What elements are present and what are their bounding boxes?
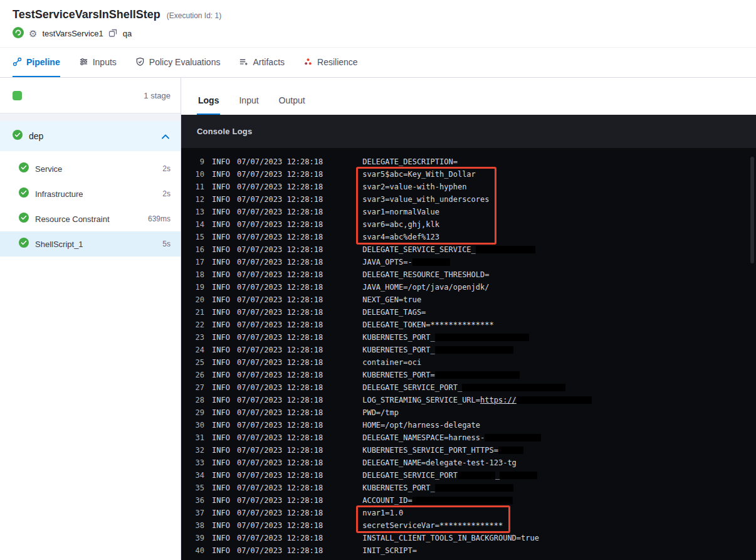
log-timestamp: 07/07/2023 12:28:18 bbox=[237, 333, 323, 342]
log-level: INFO bbox=[212, 509, 230, 517]
tab-resilience-label: Resilience bbox=[317, 57, 358, 67]
log-text: KUBERNETES_SERVICE_PORT_HTTPS= bbox=[362, 446, 498, 455]
log-timestamp: 07/07/2023 12:28:18 bbox=[237, 157, 323, 166]
log-timestamp: 07/07/2023 12:28:18 bbox=[237, 346, 323, 354]
log-text: DELEGATE_TAGS= bbox=[362, 308, 426, 317]
log-level: INFO bbox=[212, 308, 230, 317]
line-number: 14 bbox=[181, 220, 204, 229]
line-number: 32 bbox=[181, 446, 204, 455]
line-number: 29 bbox=[181, 408, 204, 417]
log-text: NEXT_GEN=true bbox=[362, 295, 421, 304]
log-text: nvar1=1.0 bbox=[362, 509, 403, 517]
log-line: 39INFO07/07/2023 12:28:18INSTALL_CLIENT_… bbox=[181, 532, 756, 544]
log-line: 15INFO07/07/2023 12:28:18svar4=abc%def%1… bbox=[181, 231, 756, 243]
tab-resilience[interactable]: Resilience bbox=[303, 48, 358, 77]
log-level: INFO bbox=[212, 358, 230, 367]
log-text: svar4=abc%def%123 bbox=[362, 233, 439, 241]
log-level: INFO bbox=[212, 170, 230, 179]
step-details-panel: Logs Input Output Console Logs 9INFO07/0… bbox=[181, 78, 756, 560]
log-text: JAVA_OPTS=- bbox=[362, 258, 412, 267]
log-line: 16INFO07/07/2023 12:28:18DELEGATE_SERVIC… bbox=[181, 243, 756, 256]
log-level: INFO bbox=[212, 233, 230, 241]
step-item-shellscript-1[interactable]: ShellScript_1 5s bbox=[0, 231, 181, 256]
log-line: 13INFO07/07/2023 12:28:18svar1=normalVal… bbox=[181, 206, 756, 218]
redacted-text bbox=[476, 246, 535, 253]
log-timestamp: 07/07/2023 12:28:18 bbox=[237, 408, 323, 417]
log-text: KUBERNETES_PORT_ bbox=[362, 333, 435, 342]
log-timestamp: 07/07/2023 12:28:18 bbox=[237, 258, 323, 267]
console-logs-header: Console Logs bbox=[181, 115, 756, 148]
console-tab-logs[interactable]: Logs bbox=[197, 95, 220, 115]
sidebar-divider bbox=[0, 114, 181, 121]
log-text: DELEGATE_TOKEN=************** bbox=[362, 320, 494, 329]
artifacts-icon bbox=[239, 57, 248, 66]
log-message: svar5$abc=Key_With_Dollar bbox=[362, 170, 476, 179]
resilience-icon bbox=[303, 57, 313, 66]
tab-pipeline-label: Pipeline bbox=[26, 57, 60, 67]
log-text: DELEGATE_RESOURCE_THRESHOLD= bbox=[362, 270, 489, 279]
console-logs-title: Console Logs bbox=[197, 127, 252, 136]
log-level: INFO bbox=[212, 258, 230, 267]
log-message: KUBERNETES_PORT_ bbox=[362, 333, 529, 342]
log-line: 40INFO07/07/2023 12:28:18INIT_SCRIPT= bbox=[181, 544, 756, 557]
log-level: INFO bbox=[212, 471, 230, 480]
log-timestamp: 07/07/2023 12:28:18 bbox=[237, 295, 323, 304]
log-message: JAVA_HOME=/opt/java/openjdk/ bbox=[362, 283, 489, 292]
step-item-service[interactable]: Service 2s bbox=[0, 156, 181, 181]
success-check-icon bbox=[13, 130, 23, 142]
redacted-text bbox=[498, 446, 523, 454]
log-timestamp: 07/07/2023 12:28:18 bbox=[237, 358, 323, 367]
scrollbar[interactable] bbox=[750, 157, 754, 263]
redacted-text bbox=[435, 371, 520, 379]
log-message: JAVA_OPTS=- bbox=[362, 258, 449, 267]
line-number: 18 bbox=[181, 270, 204, 279]
log-message: DELEGATE_TAGS= bbox=[362, 308, 426, 317]
log-timestamp: 07/07/2023 12:28:18 bbox=[237, 195, 323, 204]
service-name[interactable]: testVarsService1 bbox=[42, 29, 103, 38]
log-link[interactable]: https:// bbox=[480, 396, 517, 404]
step-item-infrastructure[interactable]: Infrastructure 2s bbox=[0, 181, 181, 206]
tab-policy-evaluations[interactable]: Policy Evaluations bbox=[135, 48, 221, 77]
console-tab-input[interactable]: Input bbox=[238, 95, 260, 115]
log-message: DELEGATE_SERVICE_PORT_ bbox=[362, 383, 565, 392]
stage-item-dep[interactable]: dep bbox=[0, 121, 181, 151]
log-level: INFO bbox=[212, 208, 230, 216]
log-timestamp: 07/07/2023 12:28:18 bbox=[237, 483, 323, 492]
log-message: svar6=abc,ghj,klk bbox=[362, 220, 439, 229]
log-message: DELEGATE_DESCRIPTION= bbox=[362, 157, 458, 166]
tab-inputs[interactable]: Inputs bbox=[79, 48, 117, 77]
execution-meta-row: ⚙ testVarsService1 qa bbox=[13, 27, 743, 40]
log-level: INFO bbox=[212, 346, 230, 354]
log-level: INFO bbox=[212, 458, 230, 467]
step-label: Service bbox=[35, 164, 156, 174]
chevron-up-icon[interactable] bbox=[162, 130, 169, 142]
environment-name[interactable]: qa bbox=[123, 29, 132, 38]
log-line: 31INFO07/07/2023 12:28:18DELEGATE_NAMESP… bbox=[181, 431, 756, 444]
log-text: KUBERNETES_PORT_ bbox=[362, 483, 435, 492]
log-level: INFO bbox=[212, 270, 230, 279]
stage-count: 1 stage bbox=[144, 91, 171, 100]
stage-status-chip-icon bbox=[13, 91, 22, 100]
log-message: container=oci bbox=[362, 358, 421, 367]
line-number: 13 bbox=[181, 208, 204, 216]
log-line: 21INFO07/07/2023 12:28:18DELEGATE_TAGS= bbox=[181, 306, 756, 319]
tab-pipeline[interactable]: Pipeline bbox=[13, 48, 60, 77]
log-text: LOG_STREAMING_SERVICE_URL= bbox=[362, 396, 480, 404]
log-level: INFO bbox=[212, 182, 230, 191]
log-timestamp: 07/07/2023 12:28:18 bbox=[237, 446, 323, 455]
log-level: INFO bbox=[212, 245, 230, 254]
log-message: INIT_SCRIPT= bbox=[362, 546, 417, 555]
log-level: INFO bbox=[212, 433, 230, 442]
log-message: svar4=abc%def%123 bbox=[362, 233, 439, 241]
log-line: 9INFO07/07/2023 12:28:18DELEGATE_DESCRIP… bbox=[181, 156, 756, 168]
console-tab-bar: Logs Input Output bbox=[181, 78, 756, 115]
step-item-resource-constraint[interactable]: Resource Constraint 639ms bbox=[0, 206, 181, 231]
tab-artifacts[interactable]: Artifacts bbox=[239, 48, 285, 77]
console-log-area[interactable]: 9INFO07/07/2023 12:28:18DELEGATE_DESCRIP… bbox=[181, 148, 756, 560]
log-line: 14INFO07/07/2023 12:28:18svar6=abc,ghj,k… bbox=[181, 218, 756, 231]
step-duration: 2s bbox=[162, 189, 171, 198]
log-timestamp: 07/07/2023 12:28:18 bbox=[237, 371, 323, 379]
line-number: 30 bbox=[181, 421, 204, 430]
console-tab-output[interactable]: Output bbox=[278, 95, 307, 115]
log-line: 36INFO07/07/2023 12:28:18ACCOUNT_ID= bbox=[181, 494, 756, 507]
